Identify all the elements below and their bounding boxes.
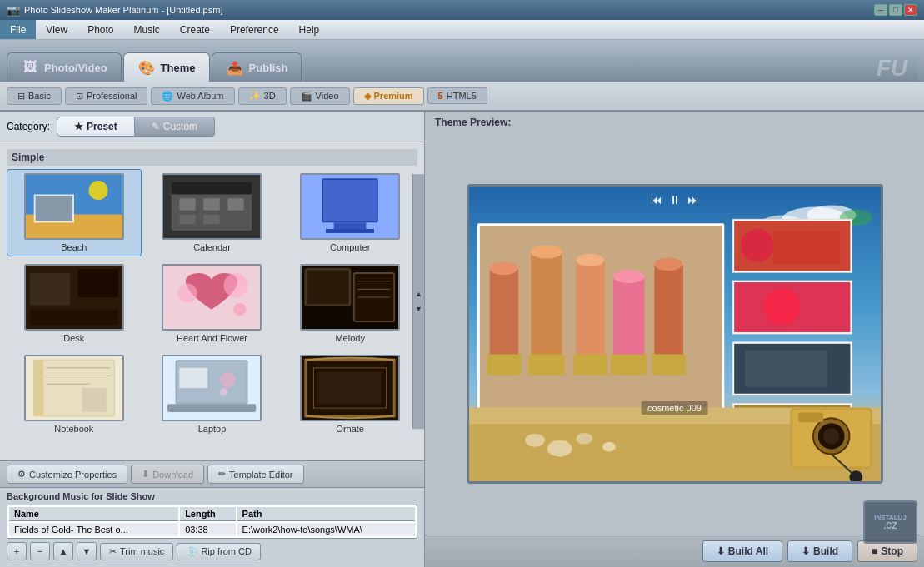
cd-icon: 💿 <box>186 546 197 557</box>
tab-publish[interactable]: 📤 Publish <box>212 52 302 82</box>
svg-rect-70 <box>610 355 646 376</box>
preview-transport: ⏮ ⏸ ⏭ <box>651 193 699 206</box>
svg-point-58 <box>489 261 517 275</box>
svg-rect-69 <box>573 355 607 376</box>
pause-button[interactable]: ⏸ <box>669 193 681 206</box>
subtab-basic[interactable]: ⊟ Basic <box>7 87 62 105</box>
gear-icon: ⚙ <box>17 469 26 480</box>
theme-computer-label: Computer <box>330 242 370 252</box>
theme-beach-label: Beach <box>61 242 87 252</box>
subtab-webalbum[interactable]: 🌐 Web Album <box>151 87 234 105</box>
theme-ornate[interactable]: Ornate <box>282 351 417 438</box>
svg-rect-43 <box>180 368 208 388</box>
menubar: File View Photo Music Create Preference … <box>0 20 924 40</box>
3d-icon: ✨ <box>249 91 261 102</box>
music-row[interactable]: Fields of Gold- The Best o... 03:38 E:\w… <box>9 523 415 536</box>
menu-music[interactable]: Music <box>124 20 170 39</box>
prev-button[interactable]: ⏮ <box>651 193 662 206</box>
subtab-video[interactable]: 🎬 Video <box>290 87 350 105</box>
theme-laptop[interactable]: Laptop <box>145 351 280 438</box>
svg-rect-19 <box>30 273 70 306</box>
theme-beach-thumb <box>24 173 124 240</box>
subtab-professional[interactable]: ⊡ Professional <box>65 87 148 105</box>
theme-notebook-label: Notebook <box>54 424 93 434</box>
close-button[interactable]: ✕ <box>904 4 917 16</box>
svg-rect-97 <box>798 412 823 422</box>
subtab-3d[interactable]: ✨ 3D <box>238 87 287 105</box>
subtab-html5[interactable]: 5 HTML5 <box>427 87 487 104</box>
scroll-down-arrow[interactable]: ▼ <box>415 305 422 313</box>
theme-melody-label: Melody <box>335 333 364 343</box>
menu-file[interactable]: File <box>0 20 36 39</box>
maximize-button[interactable]: □ <box>889 4 902 16</box>
build-button[interactable]: ⬇ Build <box>787 540 852 562</box>
theme-melody[interactable]: Melody <box>282 260 417 347</box>
move-up-button[interactable]: ▲ <box>53 542 73 560</box>
theme-computer[interactable]: Computer <box>282 169 417 256</box>
theme-calendar[interactable]: Calendar <box>145 169 280 256</box>
music-section-title: Background Music for Slide Show <box>7 491 417 501</box>
theme-icon: 🎨 <box>137 58 156 77</box>
svg-point-23 <box>178 284 197 303</box>
svg-point-89 <box>547 440 572 457</box>
theme-laptop-label: Laptop <box>198 424 227 434</box>
tab-custom[interactable]: ✎ Custom <box>135 117 215 137</box>
right-panel: Theme Preview: <box>425 112 924 567</box>
pencil-icon: ✏ <box>218 469 226 480</box>
preview-label: Theme Preview: <box>425 112 924 133</box>
svg-rect-10 <box>228 198 244 211</box>
theme-grid-scroll[interactable]: Simple Beach <box>0 142 424 460</box>
preview-scene: ✦ <box>469 187 881 481</box>
remove-music-button[interactable]: − <box>30 542 50 560</box>
svg-rect-17 <box>326 229 374 233</box>
svg-rect-67 <box>487 355 521 376</box>
menu-view[interactable]: View <box>36 20 77 39</box>
svg-rect-71 <box>652 355 686 376</box>
theme-heartandflower[interactable]: Heart And Flower <box>145 260 280 347</box>
trim-music-button[interactable]: ✂ Trim music <box>100 543 173 560</box>
download-button[interactable]: ⬇ Download <box>131 465 204 484</box>
menu-create[interactable]: Create <box>170 20 220 39</box>
video-icon: 🎬 <box>301 91 312 102</box>
theme-laptop-thumb <box>162 355 262 421</box>
theme-beach[interactable]: Beach <box>7 169 142 256</box>
next-button[interactable]: ⏭ <box>687 193 699 206</box>
svg-point-2 <box>88 181 107 200</box>
preview-caption: cosmetic 009 <box>641 401 708 415</box>
menu-photo[interactable]: Photo <box>77 20 123 39</box>
preview-background: ✦ <box>469 187 881 481</box>
customize-properties-button[interactable]: ⚙ Customize Properties <box>7 465 127 484</box>
svg-point-90 <box>576 433 592 445</box>
tab-photovideo[interactable]: 🖼 Photo/Video <box>7 52 122 82</box>
svg-rect-12 <box>204 215 220 225</box>
build-all-button[interactable]: ⬇ Build All <box>702 540 782 562</box>
add-music-button[interactable]: + <box>7 542 27 560</box>
menu-preference[interactable]: Preference <box>220 20 289 39</box>
move-down-button[interactable]: ▼ <box>77 542 97 560</box>
scroll-up-arrow[interactable]: ▲ <box>415 290 422 298</box>
svg-point-64 <box>612 270 644 283</box>
stop-icon: ■ <box>872 545 877 557</box>
tab-theme[interactable]: 🎨 Theme <box>123 52 210 82</box>
svg-rect-21 <box>30 310 118 326</box>
template-editor-button[interactable]: ✏ Template Editor <box>207 465 303 484</box>
svg-rect-42 <box>167 404 256 412</box>
theme-calendar-label: Calendar <box>193 242 231 252</box>
rip-cd-button[interactable]: 💿 Rip from CD <box>177 543 261 560</box>
grid-scrollbar[interactable]: ▲ ▼ <box>412 174 424 429</box>
svg-point-45 <box>220 388 228 396</box>
titlebar: 📷 Photo Slideshow Maker Platinum - [Unti… <box>0 0 924 20</box>
subtabbar: ⊟ Basic ⊡ Professional 🌐 Web Album ✨ 3D … <box>0 82 924 112</box>
subtab-premium[interactable]: ◈ Premium <box>353 87 424 105</box>
menu-help[interactable]: Help <box>289 20 330 39</box>
svg-point-25 <box>234 303 247 316</box>
music-section: Background Music for Slide Show Name Len… <box>0 487 424 567</box>
theme-notebook[interactable]: Notebook <box>7 351 142 438</box>
svg-rect-9 <box>204 198 220 211</box>
theme-desk[interactable]: Desk <box>7 260 142 347</box>
tab-preset[interactable]: ★ Preset <box>57 117 135 137</box>
theme-ornate-thumb <box>300 355 400 421</box>
svg-point-75 <box>741 229 774 261</box>
svg-rect-82 <box>744 351 827 387</box>
minimize-button[interactable]: ─ <box>874 4 887 16</box>
